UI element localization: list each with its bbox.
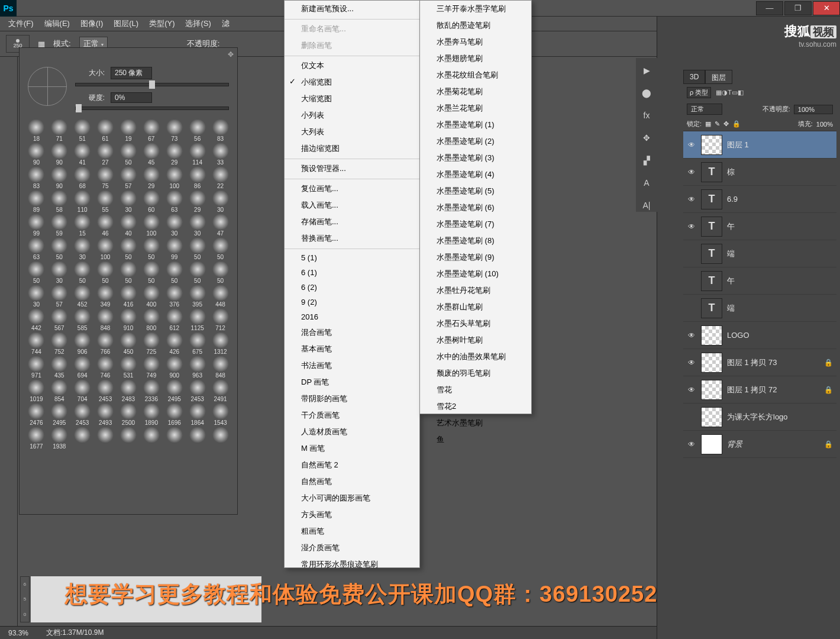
brush-thumbnail[interactable]: 2500 [118,404,140,426]
menu-item[interactable]: 带阴影的画笔 [285,390,419,407]
lock-move-icon[interactable]: ✥ [723,120,729,128]
brush-thumbnail[interactable]: 900 [163,356,185,379]
menu-item[interactable]: 水墨石头草笔刷 [420,315,531,332]
menu-item[interactable]: 水墨墨迹笔刷 (2) [420,133,531,150]
brush-thumbnail[interactable]: 452 [72,285,93,308]
visibility-icon[interactable]: 👁 [687,168,696,176]
brush-thumbnail[interactable]: 766 [95,333,117,355]
maximize-button[interactable]: ❐ [784,1,812,15]
menu-item[interactable]: 水墨菊花笔刷 [420,83,531,100]
menu-item[interactable]: 水墨奔马笔刷 [420,34,531,50]
brush-thumbnail[interactable]: 1677 [25,427,47,450]
brush-thumbnail[interactable]: 90 [49,143,70,166]
menu-item[interactable]: 描边缩览图 [285,140,419,157]
brush-thumbnail[interactable]: 376 [163,285,185,308]
brush-thumbnail[interactable]: 100 [163,167,185,189]
menu-item[interactable]: 2016 [285,309,419,324]
menu-item[interactable]: 水墨墨迹笔刷 (10) [420,266,531,282]
brush-thumbnail[interactable] [209,427,231,450]
menu-item[interactable]: 大缩览图 [285,91,419,107]
brush-thumbnail[interactable]: 30 [25,285,47,308]
layer-row[interactable]: 👁图层 1 [683,131,836,159]
brush-thumbnail[interactable]: 1938 [49,427,70,450]
brush-thumbnail[interactable]: 1864 [186,404,208,426]
brush-thumbnail[interactable]: 30 [163,214,185,237]
brush-thumbnail[interactable]: 2491 [209,380,231,402]
menu-item[interactable]: 湿介质画笔 [285,540,419,556]
menu-item[interactable]: 水墨墨迹笔刷 (7) [420,216,531,233]
filter-icon[interactable]: ◑ [722,89,728,96]
menu-item[interactable]: 雪花 [420,382,531,398]
brush-thumbnail[interactable]: 75 [95,167,117,189]
layer-row[interactable]: T端 [683,295,836,322]
brush-thumbnail[interactable]: 1019 [25,380,47,402]
brush-thumbnail[interactable]: 426 [163,333,185,355]
layer-row[interactable]: T午 [683,267,836,295]
lock-all-icon[interactable]: 🔒 [732,120,741,128]
visibility-icon[interactable]: 👁 [687,331,696,340]
brush-thumbnail[interactable]: 906 [72,333,93,355]
minimize-button[interactable]: — [756,1,783,15]
panel-icon[interactable]: fx [640,109,653,122]
menu-item[interactable]: 预设管理器... [285,159,419,177]
brush-thumbnail[interactable]: 50 [95,262,117,284]
brush-thumbnail[interactable]: 50 [118,262,140,284]
menu-item[interactable]: 大小可调的圆形画笔 [285,490,419,506]
panel-icon[interactable]: ▶ [640,64,653,77]
brush-thumbnail[interactable]: 63 [25,238,47,260]
brush-thumbnail[interactable]: 55 [95,191,117,213]
brush-thumbnail[interactable]: 41 [72,143,93,166]
brush-thumbnail[interactable]: 2495 [163,380,185,402]
brush-thumbnail[interactable]: 45 [140,143,162,166]
brush-thumbnail[interactable]: 746 [95,356,117,379]
panel-icon[interactable]: ▞ [640,154,653,167]
brush-thumbnail[interactable]: 99 [163,238,185,260]
brush-thumbnail[interactable]: 971 [25,356,47,379]
brush-thumbnail[interactable]: 27 [95,143,117,166]
menu-item[interactable]: 散乱的墨迹笔刷 [420,17,531,34]
layer-row[interactable]: T端 [683,240,836,267]
brush-thumbnail[interactable]: 58 [49,191,70,213]
menu-item[interactable]: 自然画笔 2 [285,457,419,473]
menu-item[interactable]: 类型(Y) [144,17,179,30]
menu-item[interactable]: 混合画笔 [285,324,419,341]
brush-thumbnail[interactable]: 110 [72,191,93,213]
brush-thumbnail[interactable]: 1696 [163,404,185,426]
brush-thumbnail[interactable]: 29 [163,143,185,166]
brush-thumbnail[interactable]: 442 [25,309,47,331]
brush-thumbnail[interactable]: 40 [118,214,140,237]
menu-item[interactable]: 复位画笔... [285,179,419,197]
brush-thumbnail[interactable]: 1125 [186,309,208,331]
menu-item[interactable]: 基本画笔 [285,341,419,357]
brush-thumbnail[interactable]: 50 [118,238,140,260]
zoom-level[interactable]: 93.3% [8,629,28,637]
brush-thumbnail[interactable]: 60 [140,191,162,213]
brush-thumbnail[interactable]: 50 [163,262,185,284]
menu-item[interactable]: 雪花2 [420,398,531,415]
brush-thumbnail[interactable]: 585 [72,309,93,331]
brush-thumbnail[interactable]: 67 [140,120,162,142]
visibility-icon[interactable]: 👁 [687,222,696,231]
menu-item[interactable]: 水墨牡丹花笔刷 [420,282,531,299]
menu-item[interactable]: 水墨花纹组合笔刷 [420,67,531,83]
close-button[interactable]: ✕ [813,1,840,15]
brush-thumbnail[interactable]: 704 [72,380,93,402]
hardness-input[interactable]: 0% [111,92,152,103]
size-slider[interactable] [75,83,229,86]
brush-thumbnail[interactable] [186,427,208,450]
layer-filter-dropdown[interactable]: ρ 类型 [687,87,711,98]
brush-thumbnail[interactable]: 90 [49,167,70,189]
menu-item[interactable]: 颓废的羽毛笔刷 [420,365,531,382]
brush-thumbnail[interactable]: 29 [186,191,208,213]
brush-thumbnail[interactable]: 612 [163,309,185,331]
menu-item[interactable]: 滤 [217,17,234,30]
menu-item[interactable]: 新建画笔预设... [285,1,419,17]
menu-item[interactable]: 存储画笔... [285,214,419,230]
brush-thumbnail[interactable]: 2493 [95,404,117,426]
brush-thumbnail[interactable]: 712 [209,309,231,331]
panel-icon[interactable]: ✥ [640,131,653,144]
tab-layers[interactable]: 图层 [705,70,732,84]
brush-thumbnail[interactable]: 963 [186,356,208,379]
tools-toolbar[interactable] [0,57,18,626]
menu-item[interactable]: 方头画笔 [285,506,419,523]
